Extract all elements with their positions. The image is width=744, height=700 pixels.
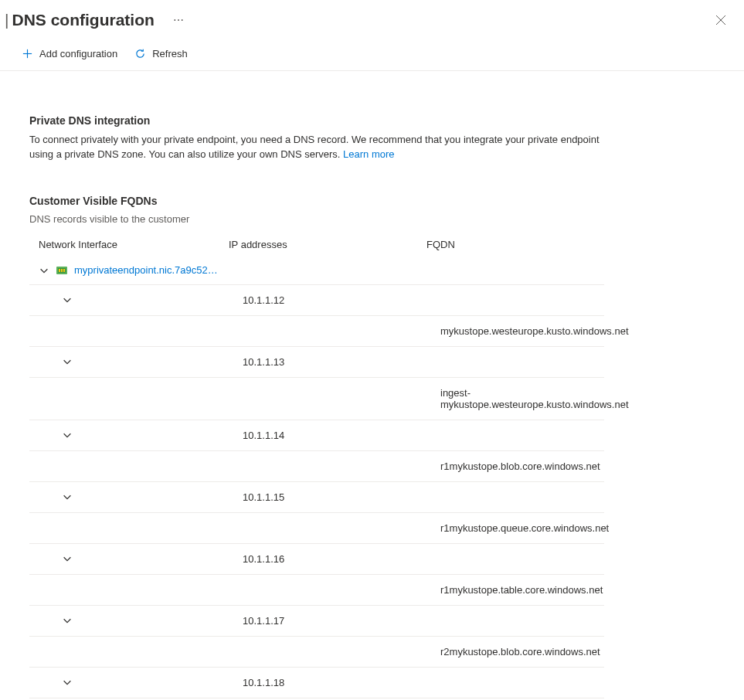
network-interface-icon — [56, 264, 68, 277]
fqdn-row: r1mykustope.table.core.windows.net — [29, 575, 604, 606]
expand-toggle[interactable] — [53, 615, 243, 626]
ip-row[interactable]: 10.1.1.16 — [29, 544, 604, 575]
fqdn-value: r1mykustope.queue.core.windows.net — [440, 522, 609, 534]
expand-toggle[interactable] — [53, 553, 243, 564]
ip-address-value: 10.1.1.12 — [243, 294, 440, 306]
column-header-fqdn: FQDN — [426, 239, 604, 250]
fqdn-value: r2mykustope.blob.core.windows.net — [440, 646, 604, 658]
fqdn-value: r1mykustope.table.core.windows.net — [440, 584, 604, 596]
ip-row[interactable]: 10.1.1.18 — [29, 668, 604, 698]
refresh-label: Refresh — [152, 48, 188, 59]
expand-toggle[interactable] — [53, 294, 243, 305]
ip-row[interactable]: 10.1.1.15 — [29, 482, 604, 513]
chevron-down-icon — [62, 430, 73, 440]
ip-address-value: 10.1.1.17 — [243, 615, 440, 627]
svg-rect-7 — [61, 269, 63, 272]
expand-toggle[interactable] — [53, 677, 243, 688]
plus-icon — [22, 48, 33, 59]
fqdns-heading: Customer Visible FQDNs — [29, 195, 604, 207]
more-menu-icon[interactable]: ⋯ — [173, 14, 185, 26]
ip-address-value: 10.1.1.18 — [243, 677, 440, 688]
nic-row[interactable]: myprivateendpoint.nic.7a9c52… — [29, 257, 604, 285]
command-bar: Add configuration Refresh — [0, 40, 744, 71]
chevron-down-icon — [39, 265, 49, 276]
private-dns-description: To connect privately with your private e… — [29, 133, 604, 162]
ip-row[interactable]: 10.1.1.14 — [29, 420, 604, 451]
expand-toggle[interactable] — [53, 491, 243, 502]
blade-header: |DNS configuration ⋯ — [0, 0, 744, 40]
add-configuration-button[interactable]: Add configuration — [22, 48, 117, 59]
ip-address-value: 10.1.1.14 — [243, 430, 440, 441]
column-header-ip-addresses: IP addresses — [229, 239, 426, 250]
fqdn-row: r1mykustope.blob.core.windows.net — [29, 451, 604, 482]
fqdn-row: mykustope.westeurope.kusto.windows.net — [29, 316, 604, 347]
learn-more-link[interactable]: Learn more — [343, 148, 394, 160]
page-title: |DNS configuration — [5, 11, 155, 29]
svg-rect-6 — [59, 269, 60, 272]
close-icon[interactable] — [715, 14, 727, 26]
fqdn-value: mykustope.westeurope.kusto.windows.net — [440, 325, 629, 337]
expand-toggle[interactable] — [53, 430, 243, 440]
table-header-row: Network Interface IP addresses FQDN — [29, 233, 604, 257]
ip-address-value: 10.1.1.15 — [243, 491, 440, 503]
ip-row[interactable]: 10.1.1.13 — [29, 347, 604, 378]
ip-row[interactable]: 10.1.1.12 — [29, 285, 604, 316]
chevron-down-icon — [62, 491, 73, 502]
expand-toggle[interactable] — [53, 356, 243, 367]
refresh-icon — [134, 48, 146, 59]
fqdns-subheading: DNS records visible to the customer — [29, 213, 604, 225]
ip-address-value: 10.1.1.13 — [243, 356, 440, 368]
chevron-down-icon — [62, 553, 73, 564]
chevron-down-icon — [62, 294, 73, 305]
chevron-down-icon — [62, 615, 73, 626]
ip-row[interactable]: 10.1.1.17 — [29, 606, 604, 637]
chevron-down-icon — [62, 356, 73, 367]
fqdn-value: ingest-mykustope.westeurope.kusto.window… — [440, 387, 629, 410]
private-dns-heading: Private DNS integration — [29, 114, 604, 127]
add-configuration-label: Add configuration — [39, 48, 117, 59]
fqdn-row: r2mykustope.blob.core.windows.net — [29, 637, 604, 668]
chevron-down-icon — [62, 677, 73, 688]
column-header-network-interface: Network Interface — [39, 239, 229, 250]
svg-rect-8 — [63, 269, 65, 272]
fqdn-value: r1mykustope.blob.core.windows.net — [440, 460, 604, 472]
refresh-button[interactable]: Refresh — [134, 48, 188, 59]
ip-address-value: 10.1.1.16 — [243, 553, 440, 565]
fqdn-row: ingest-mykustope.westeurope.kusto.window… — [29, 378, 604, 420]
nic-name: myprivateendpoint.nic.7a9c52… — [74, 264, 218, 276]
fqdn-row: r1mykustope.queue.core.windows.net — [29, 513, 604, 544]
